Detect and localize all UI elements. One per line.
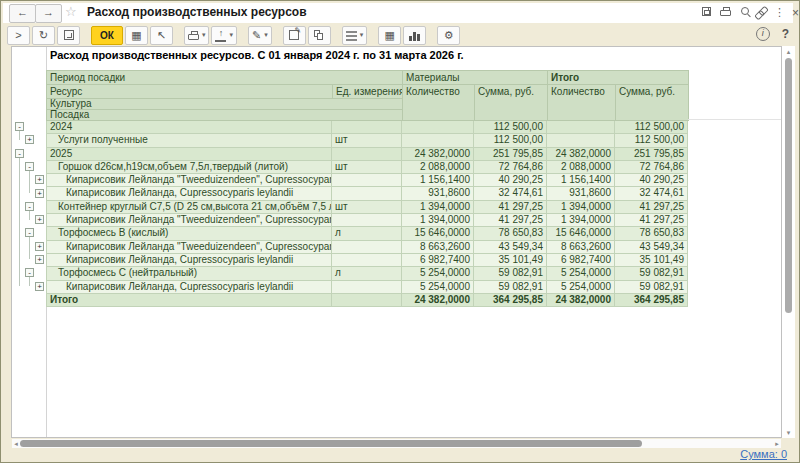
horizontal-scroll-thumb[interactable] <box>20 440 642 447</box>
collapse-toggle-icon[interactable]: - <box>15 122 24 131</box>
cell-unit[interactable] <box>332 241 402 254</box>
header-materials-qty[interactable]: Количество <box>403 85 475 121</box>
cell-sum-materials[interactable]: 35 101,49 <box>474 254 547 267</box>
cell-sum-materials[interactable]: 41 297,25 <box>474 214 547 227</box>
expand-toggle-icon[interactable]: + <box>35 242 44 251</box>
cell-qty-total[interactable]: 6 982,7400 <box>547 254 615 267</box>
cell-qty-materials[interactable]: 15 646,0000 <box>402 227 474 240</box>
cell-qty-total[interactable]: 1 394,0000 <box>547 214 615 227</box>
cell-sum-total[interactable]: 32 474,61 <box>615 187 688 200</box>
settings-button[interactable]: ⚙ <box>437 26 460 45</box>
collapse-toggle-icon[interactable]: - <box>15 149 24 158</box>
print-dropdown-button[interactable]: ▾ <box>184 26 210 45</box>
expand-toggle-icon[interactable]: + <box>35 189 44 198</box>
cell-unit[interactable] <box>332 187 402 200</box>
cell-sum-materials[interactable]: 251 795,85 <box>474 148 547 161</box>
cell-qty-materials[interactable]: 1 156,1400 <box>402 174 474 187</box>
report-variant-button[interactable] <box>57 26 80 45</box>
cell-qty-materials[interactable]: 1 394,0000 <box>402 201 474 214</box>
copy-button[interactable] <box>308 26 331 45</box>
expand-toggle-icon[interactable]: + <box>35 282 44 291</box>
header-materials-sum[interactable]: Сумма, руб. <box>475 85 548 121</box>
cell-resource[interactable]: Кипарисовик Лейланда "Tweeduizendeen", C… <box>46 214 332 227</box>
cell-resource[interactable]: Кипарисовик Лейланда "Tweeduizendeen", C… <box>46 174 332 187</box>
scroll-right-icon[interactable]: ▸ <box>773 439 781 448</box>
help-icon[interactable]: ? <box>782 27 789 41</box>
cell-unit[interactable] <box>332 121 402 134</box>
edit-button[interactable] <box>283 26 306 45</box>
cell-sum-materials[interactable]: 78 650,83 <box>474 227 547 240</box>
header-materials[interactable]: Материалы <box>403 71 548 85</box>
link-icon[interactable] <box>754 6 769 20</box>
cell-unit[interactable] <box>332 254 402 267</box>
expand-toggle-icon[interactable]: + <box>35 175 44 184</box>
cell-sum-total[interactable]: 59 082,91 <box>615 267 688 280</box>
cell-unit[interactable]: шт <box>332 201 402 214</box>
favorite-star-icon[interactable]: ☆ <box>65 4 77 19</box>
save-icon[interactable] <box>699 6 714 20</box>
cell-sum-materials[interactable]: 112 500,00 <box>474 121 547 134</box>
pointer-mode-button[interactable]: ↖ <box>150 26 173 45</box>
cell-sum-total[interactable]: 35 101,49 <box>615 254 688 267</box>
cell-qty-total[interactable]: 24 382,0000 <box>547 294 615 307</box>
cell-sum-total[interactable]: 41 297,25 <box>615 214 688 227</box>
header-culture[interactable]: Культура <box>47 99 403 110</box>
info-icon[interactable]: i <box>756 27 770 41</box>
scroll-up-icon[interactable]: ▴ <box>783 47 794 57</box>
cell-qty-materials[interactable]: 8 663,2600 <box>402 241 474 254</box>
cell-resource[interactable]: 2025 <box>46 148 332 161</box>
cell-resource[interactable]: Кипарисовик Лейланда, Cupressocyparis le… <box>46 281 332 294</box>
cell-resource[interactable]: Услуги полученные <box>46 134 332 147</box>
cell-sum-materials[interactable]: 32 474,61 <box>474 187 547 200</box>
cell-sum-materials[interactable]: 43 549,34 <box>474 241 547 254</box>
expand-toggle-icon[interactable]: + <box>35 255 44 264</box>
cell-sum-materials[interactable]: 364 295,85 <box>474 294 547 307</box>
cell-resource[interactable]: Торфосмесь С (нейтральный) <box>46 267 332 280</box>
cell-resource[interactable]: Итого <box>46 294 332 307</box>
more-icon[interactable]: ⋮ <box>772 6 787 20</box>
forward-button[interactable]: → <box>35 4 62 23</box>
cell-qty-total[interactable]: 8 663,2600 <box>547 241 615 254</box>
cell-qty-materials[interactable]: 5 254,0000 <box>402 281 474 294</box>
cell-qty-materials[interactable]: 24 382,0000 <box>402 148 474 161</box>
cell-unit[interactable] <box>332 214 402 227</box>
header-resource[interactable]: Ресурс <box>47 85 333 99</box>
grid-button[interactable]: ▦ <box>125 26 148 45</box>
cell-unit[interactable]: шт <box>332 134 402 147</box>
horizontal-scrollbar[interactable]: ◂ ▸ <box>12 439 781 448</box>
cell-resource[interactable]: Торфосмесь В (кислый) <box>46 227 332 240</box>
cell-resource[interactable]: Кипарисовик Лейланда, Cupressocyparis le… <box>46 187 332 200</box>
refresh-button[interactable]: ↻ <box>32 26 55 45</box>
cell-sum-total[interactable]: 40 290,25 <box>615 174 688 187</box>
cell-sum-materials[interactable]: 40 290,25 <box>474 174 547 187</box>
cell-resource[interactable]: Контейнер круглый С7,5 (D 25 см,высота 2… <box>46 201 332 214</box>
export-dropdown-button[interactable]: ↑▾ <box>211 26 237 45</box>
cell-qty-total[interactable]: 1 156,1400 <box>547 174 615 187</box>
cell-unit[interactable] <box>332 294 402 307</box>
cell-qty-total[interactable]: 24 382,0000 <box>547 148 615 161</box>
header-period[interactable]: Период посадки <box>47 71 403 85</box>
cell-unit[interactable] <box>332 281 402 294</box>
cell-resource[interactable]: Горшок d26см,h19см,объем 7,5л,твердый (л… <box>46 161 332 174</box>
cell-unit[interactable] <box>332 174 402 187</box>
expand-toggle-icon[interactable]: + <box>35 215 44 224</box>
cell-sum-materials[interactable]: 72 764,86 <box>474 161 547 174</box>
cell-qty-materials[interactable] <box>402 134 474 147</box>
cell-sum-materials[interactable]: 59 082,91 <box>474 267 547 280</box>
cell-sum-materials[interactable]: 112 500,00 <box>474 134 547 147</box>
cell-resource[interactable]: Кипарисовик Лейланда, Cupressocyparis le… <box>46 254 332 267</box>
cell-qty-materials[interactable] <box>402 121 474 134</box>
chart-view-button[interactable] <box>403 26 426 45</box>
cell-unit[interactable] <box>332 148 402 161</box>
cell-sum-total[interactable]: 78 650,83 <box>615 227 688 240</box>
cell-qty-total[interactable]: 5 254,0000 <box>547 267 615 280</box>
header-total[interactable]: Итого <box>548 71 689 85</box>
ok-button[interactable]: ОК <box>91 26 123 45</box>
cell-qty-materials[interactable]: 6 982,7400 <box>402 254 474 267</box>
preview-icon[interactable] <box>737 6 752 20</box>
cell-sum-total[interactable]: 251 795,85 <box>615 148 688 161</box>
cell-qty-total[interactable] <box>547 121 615 134</box>
collapse-toggle-icon[interactable]: - <box>25 202 34 211</box>
generate-report-button[interactable]: > <box>7 26 30 45</box>
cell-sum-total[interactable]: 364 295,85 <box>615 294 688 307</box>
